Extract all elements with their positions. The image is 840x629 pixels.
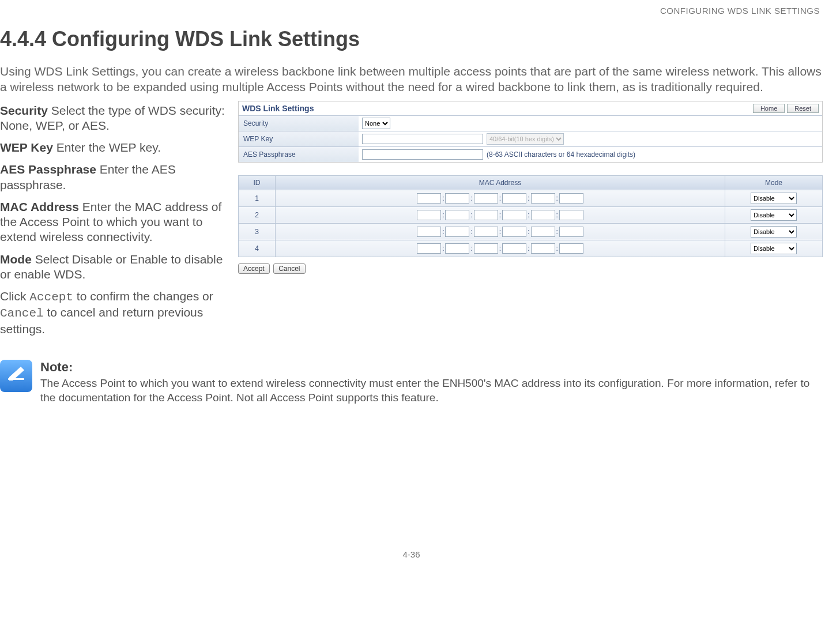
aes-input[interactable] bbox=[362, 149, 483, 160]
page-title: 4.4.4 Configuring WDS Link Settings bbox=[0, 27, 823, 51]
intro-paragraph: Using WDS Link Settings, you can create … bbox=[0, 63, 823, 95]
mac-octet-input[interactable] bbox=[417, 243, 441, 254]
mac-cell: ::::: bbox=[276, 240, 725, 257]
desc-mode: Select Disable or Enable to disable or e… bbox=[0, 253, 223, 281]
mode-select[interactable]: Disable bbox=[751, 209, 797, 221]
mac-octet-input[interactable] bbox=[445, 193, 469, 204]
cancel-button[interactable]: Cancel bbox=[273, 263, 305, 274]
mac-cell: ::::: bbox=[276, 223, 725, 240]
mac-octet-input[interactable] bbox=[502, 193, 526, 204]
accept-button[interactable]: Accept bbox=[238, 263, 270, 274]
term-security: Security bbox=[0, 104, 48, 117]
definitions-column: Security Select the type of WDS security… bbox=[0, 101, 228, 344]
click-line-mid: to confirm the changes or bbox=[73, 289, 213, 303]
table-row: 4 ::::: Disable bbox=[239, 240, 823, 257]
mac-octet-input[interactable] bbox=[559, 193, 583, 204]
term-mac: MAC Address bbox=[0, 200, 79, 213]
mode-select[interactable]: Disable bbox=[751, 193, 797, 204]
mac-octet-input[interactable] bbox=[502, 227, 526, 237]
mac-octet-input[interactable] bbox=[445, 210, 469, 220]
mac-cell: ::::: bbox=[276, 206, 725, 223]
term-mode: Mode bbox=[0, 253, 32, 266]
aes-helper-text: (8-63 ASCII characters or 64 hexadecimal… bbox=[487, 150, 635, 159]
click-line-cancel: Cancel bbox=[0, 307, 44, 320]
row-id: 4 bbox=[239, 240, 276, 257]
mac-cell: ::::: bbox=[276, 190, 725, 206]
mac-octet-input[interactable] bbox=[417, 227, 441, 237]
mode-select[interactable]: Disable bbox=[751, 226, 797, 238]
table-row: 3 ::::: Disable bbox=[239, 223, 823, 240]
row-id: 2 bbox=[239, 206, 276, 223]
click-line-accept: Accept bbox=[29, 291, 73, 304]
mac-octet-input[interactable] bbox=[502, 243, 526, 254]
mac-octet-input[interactable] bbox=[474, 243, 498, 254]
mac-octet-input[interactable] bbox=[531, 210, 555, 220]
mac-octet-input[interactable] bbox=[559, 243, 583, 254]
mac-octet-input[interactable] bbox=[474, 210, 498, 220]
running-header: CONFIGURING WDS LINK SETTINGS bbox=[0, 6, 823, 16]
page-number: 4-36 bbox=[0, 549, 823, 559]
th-mac: MAC Address bbox=[276, 175, 725, 190]
mac-octet-input[interactable] bbox=[417, 210, 441, 220]
mac-octet-input[interactable] bbox=[502, 210, 526, 220]
wep-digits-select: 40/64-bit(10 hex digits) bbox=[487, 133, 564, 145]
pencil-note-icon bbox=[0, 360, 32, 392]
th-id: ID bbox=[239, 175, 276, 190]
table-row: 2 ::::: Disable bbox=[239, 206, 823, 223]
label-aes: AES Passphrase bbox=[239, 150, 359, 159]
wepkey-input[interactable] bbox=[362, 134, 483, 144]
table-row: 1 ::::: Disable bbox=[239, 190, 823, 206]
note-body: The Access Point to which you want to ex… bbox=[40, 376, 823, 405]
panel-title: WDS Link Settings bbox=[242, 104, 751, 113]
label-wepkey: WEP Key bbox=[239, 135, 359, 143]
mac-table: ID MAC Address Mode 1 ::::: Disable 2 bbox=[238, 175, 823, 257]
note-title: Note: bbox=[40, 360, 823, 375]
row-id: 1 bbox=[239, 190, 276, 206]
mac-octet-input[interactable] bbox=[531, 243, 555, 254]
reset-button[interactable]: Reset bbox=[787, 104, 819, 113]
mac-octet-input[interactable] bbox=[559, 227, 583, 237]
mode-select[interactable]: Disable bbox=[751, 243, 797, 254]
label-security: Security bbox=[239, 119, 359, 127]
mac-octet-input[interactable] bbox=[445, 227, 469, 237]
home-button[interactable]: Home bbox=[753, 104, 785, 113]
mac-octet-input[interactable] bbox=[531, 227, 555, 237]
mac-octet-input[interactable] bbox=[474, 193, 498, 204]
th-mode: Mode bbox=[725, 175, 823, 190]
row-id: 3 bbox=[239, 223, 276, 240]
mac-octet-input[interactable] bbox=[474, 227, 498, 237]
mac-octet-input[interactable] bbox=[559, 210, 583, 220]
term-wepkey: WEP Key bbox=[0, 141, 53, 154]
mac-octet-input[interactable] bbox=[445, 243, 469, 254]
desc-wepkey: Enter the WEP key. bbox=[53, 141, 161, 154]
term-aes: AES Passphrase bbox=[0, 163, 96, 176]
security-select[interactable]: None bbox=[362, 118, 390, 129]
note-block: Note: The Access Point to which you want… bbox=[0, 360, 823, 405]
mac-octet-input[interactable] bbox=[417, 193, 441, 204]
mac-octet-input[interactable] bbox=[531, 193, 555, 204]
click-line-pre: Click bbox=[0, 289, 29, 303]
screenshot-panel: WDS Link Settings Home Reset Security No… bbox=[238, 101, 823, 274]
